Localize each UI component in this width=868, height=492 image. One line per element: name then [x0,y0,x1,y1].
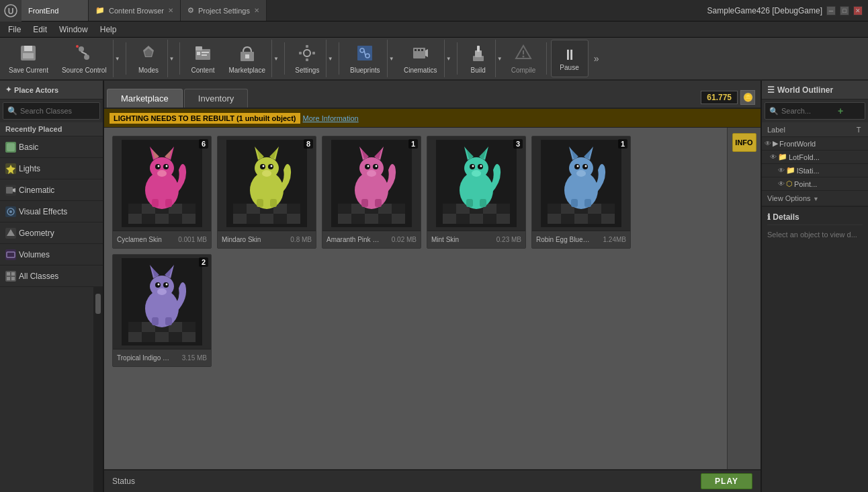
outliner-add-button[interactable]: + [838,106,843,116]
tab-marketplace[interactable]: Marketplace [107,89,183,108]
tab-content-browser-close[interactable]: ✕ [168,7,173,14]
outliner-item-0[interactable]: 👁 ▶ FrontWorld [762,137,868,151]
outliner-item-1[interactable]: 👁 📁 LotFold... [762,151,868,164]
menu-edit[interactable]: Edit [28,24,52,36]
build-arrow[interactable]: ▼ [495,40,504,77]
tab-project-settings-label: Project Settings [198,7,250,15]
svg-point-43 [9,210,12,213]
svg-rect-181 [182,322,196,332]
tab-marketplace-label: Marketplace [121,93,169,104]
svg-point-72 [157,170,167,177]
item-card-0[interactable]: 6 [112,136,212,249]
svg-rect-74 [165,199,172,207]
toolbar-sep-3 [284,42,285,75]
cinematics-arrow[interactable]: ▼ [444,40,453,77]
source-control-button[interactable]: Source Control [56,40,113,77]
sidebar-item-basic[interactable]: Basic [0,136,103,158]
maximize-button[interactable]: □ [840,6,849,15]
tab-project-settings[interactable]: ⚙ Project Settings ✕ [181,0,267,21]
item-card-4[interactable]: 1 [531,136,631,249]
item-thumb-4 [532,136,630,231]
modes-button[interactable]: Modes [130,40,167,77]
compile-button[interactable]: Compile [505,40,542,77]
svg-rect-38 [7,143,15,151]
outliner-search-input[interactable] [781,107,835,115]
svg-marker-44 [7,229,15,236]
item-card-2[interactable]: 1 [322,136,421,249]
item-size-2: 0.02 MB [392,236,417,243]
svg-point-18 [304,50,310,56]
outliner-item-3[interactable]: 👁 ⬡ Point... [762,177,868,191]
svg-rect-131 [496,204,510,214]
info-button[interactable]: INFO [732,133,756,152]
svg-point-71 [166,165,168,167]
sidebar-item-visual-effects[interactable]: Visual Effects [0,201,103,222]
tab-content-browser-label: Content Browser [109,7,164,15]
recently-placed-section[interactable]: Recently Placed [0,122,103,136]
pause-button[interactable]: ⏸ Pause [551,40,589,77]
more-info-link[interactable]: More Information [303,114,359,122]
view-options-button[interactable]: View Options ▼ [762,191,868,206]
marketplace-toolbar-button[interactable]: Marketplace [222,40,271,77]
sidebar-item-cinematic[interactable]: Cinematic [0,179,103,201]
build-button[interactable]: Build [462,40,495,77]
toolbar-sep-5 [457,42,458,75]
marketplace-arrow[interactable]: ▼ [271,40,280,77]
save-current-button[interactable]: Save Current [3,40,54,77]
blueprints-button[interactable]: Blueprints [343,40,387,77]
sidebar-item-geometry[interactable]: Geometry [0,222,103,244]
play-button[interactable]: PLAY [701,473,752,489]
svg-rect-58 [142,214,155,224]
tab-project-settings-close[interactable]: ✕ [254,7,259,14]
svg-rect-108 [351,214,365,224]
left-sidebar-scrollbar[interactable] [93,287,103,492]
blueprints-arrow[interactable]: ▼ [387,40,396,77]
menu-window[interactable]: Window [54,24,93,36]
outliner-search-icon: 🔍 [769,107,779,116]
svg-point-195 [158,284,160,286]
settings-arrow[interactable]: ▼ [326,40,335,77]
settings-button[interactable]: Settings [289,40,326,77]
item-name-5: Tropical Indigo Skin [117,354,171,362]
item-count-0: 6 [199,139,208,149]
svg-rect-106 [392,204,405,214]
item-card-5[interactable]: 2 [112,254,212,367]
svg-rect-107 [338,214,351,224]
close-button[interactable]: ✕ [853,6,863,15]
outliner-header: ☰ World Outliner [762,81,868,99]
sidebar-item-lights[interactable]: Lights [0,158,103,179]
source-control-arrow[interactable]: ▼ [113,40,122,77]
build-label: Build [471,67,486,74]
minimize-button[interactable]: ─ [826,6,836,15]
menu-help[interactable]: Help [95,24,122,36]
item-info-0: Cyclamen Skin 0.001 MB [113,231,211,248]
outliner-item-2[interactable]: 👁 📁 lStati... [762,164,868,177]
content-button[interactable]: Content [184,40,221,77]
item-card-1[interactable]: 8 [217,136,316,249]
item-count-3: 3 [513,139,523,149]
compile-icon [514,44,533,65]
sidebar-item-volumes[interactable]: Volumes [0,244,103,265]
menu-file[interactable]: File [3,24,26,36]
cinematics-button[interactable]: Cinematics [397,40,444,77]
tab-content-browser[interactable]: 📁 Content Browser ✕ [89,0,181,21]
status-bar: Status PLAY [104,469,761,492]
sidebar-item-all-classes[interactable]: All Classes [0,265,103,287]
eye-icon-3: 👁 [778,180,785,188]
tab-inventory[interactable]: Inventory [184,89,248,108]
toolbar-expand-button[interactable]: » [590,40,603,77]
item-info-3: Mint Skin 0.23 MB [427,231,525,248]
svg-line-7 [81,52,87,54]
content-main: 6 [104,128,761,469]
menu-bar: File Edit Window Help [0,22,868,38]
tab-frontend[interactable]: FrontEnd [21,0,89,21]
search-classes-input[interactable] [20,107,95,115]
svg-text:U: U [8,7,14,16]
svg-rect-47 [11,272,15,276]
save-current-label: Save Current [9,67,48,74]
item-card-3[interactable]: 3 [427,136,526,249]
svg-rect-15 [202,54,207,56]
item-info-5: Tropical Indigo Skin 3.15 MB [113,349,211,366]
currency-icon[interactable]: 🪙 [740,90,755,105]
modes-arrow[interactable]: ▼ [167,40,176,77]
